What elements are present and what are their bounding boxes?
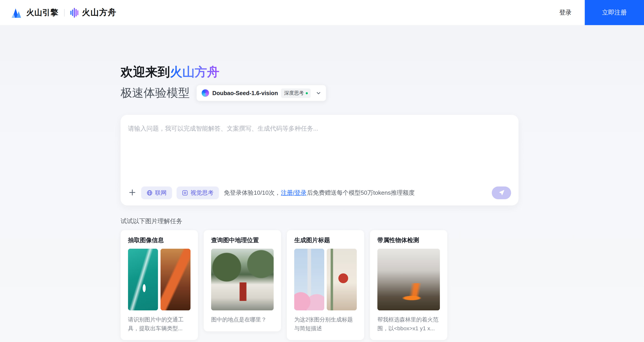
quota-text-before: 免登录体验10/10次， — [224, 189, 280, 196]
web-search-label: 联网 — [155, 189, 167, 197]
model-name: Doubao-Seed-1.6-vision — [212, 90, 278, 96]
brand-volcengine-label: 火山引擎 — [26, 7, 58, 18]
page-title-brand: 火山方舟 — [170, 65, 220, 79]
register-button[interactable]: 立即注册 — [585, 0, 644, 25]
task-card-images — [377, 249, 440, 310]
navbar-actions: 登录 立即注册 — [559, 0, 644, 25]
task-cards-row: 抽取图像信息 请识别图片中的交通工具，提取出车辆类型... 查询图中地理位置 图… — [120, 230, 518, 340]
task-card-title: 查询图中地理位置 — [211, 236, 274, 244]
task-card-title: 抽取图像信息 — [128, 236, 190, 244]
send-icon — [498, 189, 505, 197]
composer-card: 联网 视觉思考 免登录体验10/10次，注册/登录后免费赠送每个模型50万tok… — [120, 115, 518, 205]
web-search-toggle[interactable]: 联网 — [141, 187, 172, 199]
globe-icon — [146, 190, 153, 196]
main-content: 欢迎来到火山方舟 极速体验模型 Doubao-Seed-1.6-vision 深… — [120, 25, 518, 340]
vision-icon — [182, 190, 188, 196]
quota-text: 免登录体验10/10次，注册/登录后免费赠送每个模型50万tokens推理额度 — [224, 189, 414, 197]
task-card-images — [211, 249, 274, 310]
page-title-prefix: 欢迎来到 — [120, 65, 170, 79]
sample-image-train-bridge — [160, 249, 190, 310]
sample-image-forest-fire — [377, 249, 440, 310]
chevron-down-icon — [316, 91, 321, 96]
task-card-generate-captions[interactable]: 生成图片标题 为这2张图分别生成标题与简短描述 — [287, 230, 364, 340]
vision-think-label: 视觉思考 — [190, 189, 214, 197]
vision-think-toggle[interactable]: 视觉思考 — [176, 187, 219, 199]
send-button[interactable] — [492, 187, 511, 199]
top-navbar: 火山引擎 火山方舟 登录 立即注册 — [0, 0, 644, 25]
model-selector[interactable]: Doubao-Seed-1.6-vision 深度思考 — [196, 85, 326, 101]
brand-area[interactable]: 火山引擎 火山方舟 — [11, 7, 116, 18]
task-card-object-detection[interactable]: 带属性物体检测 帮我框选森林里的着火范围，以<bbox>x1 y1 x... — [370, 230, 447, 340]
task-card-caption: 帮我框选森林里的着火范围，以<bbox>x1 y1 x... — [377, 316, 440, 333]
sample-image-aerial-boat — [128, 249, 158, 310]
login-link[interactable]: 登录 — [559, 9, 572, 17]
quota-text-after: 后免费赠送每个模型50万tokens推理额度 — [307, 189, 414, 196]
doubao-model-icon — [202, 89, 209, 97]
brand-divider — [64, 9, 64, 16]
deep-think-badge-label: 深度思考 — [284, 90, 304, 97]
sample-image-house-street — [211, 249, 274, 310]
deep-think-badge: 深度思考 — [281, 88, 311, 98]
task-card-title: 生成图片标题 — [294, 236, 357, 244]
task-card-caption: 图中的地点是在哪里？ — [211, 316, 274, 324]
task-card-images — [294, 249, 357, 310]
ark-logo-icon — [70, 8, 78, 18]
task-card-caption: 为这2张图分别生成标题与简短描述 — [294, 316, 357, 333]
subtitle-row: 极速体验模型 Doubao-Seed-1.6-vision 深度思考 — [120, 85, 518, 101]
plus-icon — [129, 189, 136, 197]
prompt-input[interactable] — [120, 115, 518, 171]
deep-think-status-dot — [306, 92, 308, 94]
task-card-caption: 请识别图片中的交通工具，提取出车辆类型... — [128, 316, 190, 333]
task-card-images — [128, 249, 190, 310]
volcengine-logo-icon — [11, 7, 22, 18]
register-login-link[interactable]: 注册/登录 — [281, 189, 306, 196]
add-attachment-button[interactable] — [126, 187, 138, 199]
task-card-geo-location[interactable]: 查询图中地理位置 图中的地点是在哪里？ — [204, 230, 281, 331]
page-title: 欢迎来到火山方舟 — [120, 65, 518, 80]
page-subtitle: 极速体验模型 — [120, 85, 190, 101]
task-card-title: 带属性物体检测 — [377, 236, 440, 244]
sample-image-house-umbrella — [327, 249, 357, 310]
tasks-section-title: 试试以下图片理解任务 — [120, 217, 518, 225]
task-card-extract-info[interactable]: 抽取图像信息 请识别图片中的交通工具，提取出车辆类型... — [120, 230, 198, 340]
brand-ark-label: 火山方舟 — [82, 7, 116, 18]
page: 火山引擎 火山方舟 登录 立即注册 欢迎来到火山方舟 极速体验模型 — [0, 0, 644, 342]
composer-toolbar: 联网 视觉思考 免登录体验10/10次，注册/登录后免费赠送每个模型50万tok… — [126, 187, 511, 199]
sample-image-skytree-sakura — [294, 249, 324, 310]
